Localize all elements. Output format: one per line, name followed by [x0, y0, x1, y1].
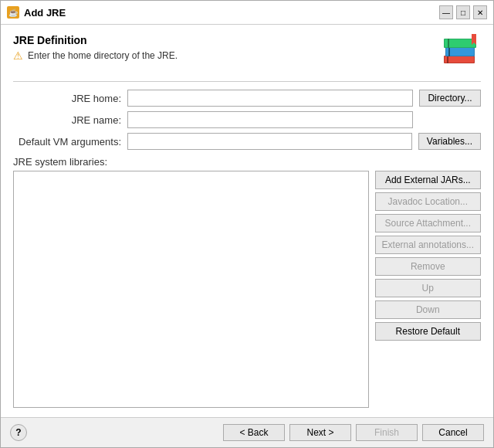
vm-args-label: Default VM arguments: — [13, 136, 121, 148]
title-bar: ☕ Add JRE — □ ✕ — [1, 1, 493, 25]
jre-subtitle: ⚠ Enter the home directory of the JRE. — [13, 49, 442, 62]
jre-name-row: JRE name: — [13, 111, 481, 128]
svg-rect-4 — [446, 48, 474, 56]
libraries-list[interactable] — [13, 171, 369, 408]
external-annotations-button[interactable]: External annotations... — [375, 236, 481, 254]
next-button[interactable]: Next > — [289, 424, 351, 441]
vm-args-input[interactable] — [127, 133, 412, 150]
bottom-right: < Back Next > Finish Cancel — [223, 424, 484, 441]
window-title: Add JRE — [24, 7, 66, 19]
form-section: JRE home: Directory... JRE name: Default… — [13, 90, 481, 150]
svg-rect-1 — [445, 56, 474, 63]
svg-rect-8 — [448, 39, 449, 48]
jre-home-input[interactable] — [127, 90, 413, 107]
jre-header: JRE Definition ⚠ Enter the home director… — [13, 34, 481, 69]
restore-default-button[interactable]: Restore Default — [375, 322, 481, 341]
close-button[interactable]: ✕ — [473, 5, 487, 19]
svg-rect-2 — [447, 56, 448, 63]
title-bar-left: ☕ Add JRE — [7, 6, 66, 19]
directory-button[interactable]: Directory... — [419, 90, 481, 107]
divider — [13, 81, 481, 82]
title-controls: — □ ✕ — [439, 5, 487, 19]
source-attachment-button[interactable]: Source Attachment... — [375, 214, 481, 232]
svg-rect-5 — [448, 47, 450, 56]
help-button[interactable]: ? — [10, 424, 27, 441]
cancel-button[interactable]: Cancel — [422, 424, 484, 441]
bottom-bar: ? < Back Next > Finish Cancel — [1, 417, 493, 447]
variables-button[interactable]: Variables... — [418, 133, 481, 150]
libraries-buttons: Add External JARs... Javadoc Location...… — [375, 171, 481, 408]
bottom-left: ? — [10, 424, 27, 441]
libraries-body: Add External JARs... Javadoc Location...… — [13, 171, 481, 408]
add-jre-window: ☕ Add JRE — □ ✕ JRE Definition ⚠ Enter t… — [0, 0, 494, 448]
add-external-jars-button[interactable]: Add External JARs... — [375, 171, 481, 189]
book-icon — [442, 34, 481, 69]
back-button[interactable]: < Back — [223, 424, 285, 441]
jre-title-block: JRE Definition ⚠ Enter the home director… — [13, 34, 442, 62]
remove-button[interactable]: Remove — [375, 257, 481, 276]
minimize-button[interactable]: — — [439, 5, 453, 19]
jre-name-label: JRE name: — [13, 114, 121, 126]
jre-name-input[interactable] — [127, 111, 413, 128]
jre-home-label: JRE home: — [13, 93, 121, 104]
vm-args-row: Default VM arguments: Variables... — [13, 133, 481, 150]
maximize-button[interactable]: □ — [456, 5, 470, 19]
jre-subtitle-text: Enter the home directory of the JRE. — [28, 50, 178, 61]
jre-home-row: JRE home: Directory... — [13, 90, 481, 107]
main-content: JRE Definition ⚠ Enter the home director… — [1, 25, 493, 417]
up-button[interactable]: Up — [375, 279, 481, 297]
warning-icon: ⚠ — [13, 49, 23, 62]
javadoc-location-button[interactable]: Javadoc Location... — [375, 192, 481, 211]
finish-button[interactable]: Finish — [356, 424, 418, 441]
libraries-label: JRE system libraries: — [13, 156, 481, 168]
down-button[interactable]: Down — [375, 300, 481, 319]
jre-definition-title: JRE Definition — [13, 34, 442, 46]
window-icon: ☕ — [7, 6, 19, 19]
libraries-section: JRE system libraries: Add External JARs.… — [13, 156, 481, 408]
